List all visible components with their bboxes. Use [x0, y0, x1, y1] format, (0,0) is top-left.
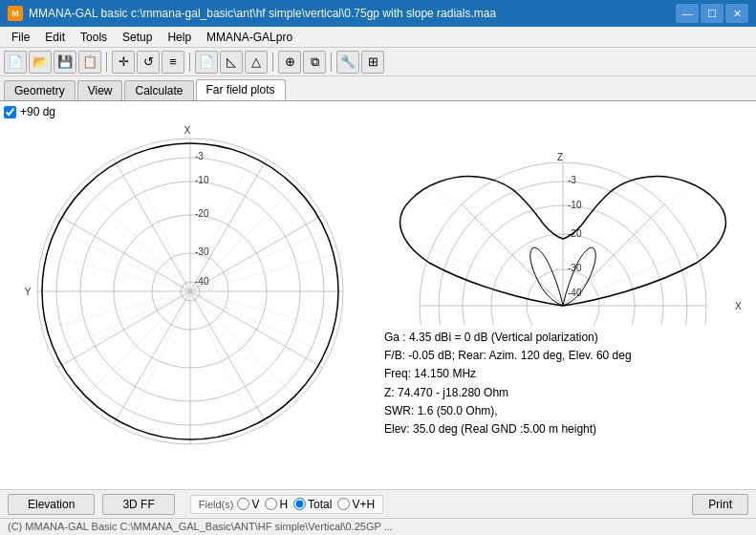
radio-total[interactable]: Total [293, 498, 332, 511]
svg-text:-20: -20 [195, 208, 209, 219]
main-content: +90 dg [0, 101, 756, 489]
close-button[interactable]: ✕ [725, 4, 748, 23]
maximize-button[interactable]: ☐ [701, 4, 724, 23]
menu-bar: File Edit Tools Setup Help MMANA-GALpro [0, 27, 756, 48]
info-panel: Ga : 4.35 dBi = 0 dB (Vertical polarizat… [377, 325, 752, 442]
threed-ff-button[interactable]: 3D FF [102, 494, 174, 515]
right-panel: -3 -10 -20 -30 -40 Z X G [377, 105, 752, 485]
elevation-button[interactable]: Elevation [8, 494, 95, 515]
svg-text:X: X [184, 125, 191, 136]
radio-vplush-input[interactable] [337, 498, 350, 510]
toolbar-new[interactable]: 📄 [4, 51, 27, 74]
title-bar: M MMANA-GAL basic c:\mmana-gal_basic\ant… [0, 0, 756, 27]
plots-container: -3 -10 -20 -30 -40 X Y [4, 105, 752, 485]
print-button[interactable]: Print [692, 494, 748, 515]
window-controls: — ☐ ✕ [676, 4, 748, 23]
checkbox-area: +90 dg [4, 105, 55, 118]
svg-text:-30: -30 [195, 246, 209, 257]
status-text: (C) MMANA-GAL Basic C:\MMANA_GAL_Basic\A… [8, 521, 393, 532]
radio-v[interactable]: V [237, 498, 259, 511]
plus90-label: +90 dg [20, 105, 55, 118]
right-polar-plot: -3 -10 -20 -30 -40 Z X [377, 105, 752, 325]
toolbar: 📄 📂 💾 📋 ✛ ↺ ≡ 📄 ◺ △ ⊕ ⧉ 🔧 ⊞ [0, 48, 756, 76]
toolbar-move[interactable]: ✛ [112, 51, 135, 74]
radio-vplush[interactable]: V+H [337, 498, 375, 511]
toolbar-save[interactable]: 💾 [54, 51, 76, 74]
radio-vplush-label: V+H [352, 498, 375, 511]
svg-text:-20: -20 [568, 228, 582, 239]
left-polar-plot: -3 -10 -20 -30 -40 X Y [4, 105, 377, 478]
info-line3: Freq: 14.150 MHz [384, 365, 745, 383]
menu-edit[interactable]: Edit [37, 29, 73, 46]
svg-text:-10: -10 [195, 175, 209, 185]
svg-line-41 [434, 184, 563, 306]
svg-line-37 [462, 204, 563, 306]
svg-text:Y: Y [25, 287, 32, 297]
toolbar-edit[interactable]: ≡ [162, 51, 184, 74]
svg-text:-40: -40 [195, 276, 209, 287]
radio-h-input[interactable] [265, 498, 277, 510]
toolbar-copy[interactable]: ⧉ [303, 51, 326, 74]
tab-calculate[interactable]: Calculate [124, 80, 193, 100]
app-icon: M [8, 6, 23, 21]
tab-bar: Geometry View Calculate Far field plots [0, 76, 756, 101]
window-title: MMANA-GAL basic c:\mmana-gal_basic\ant\h… [29, 7, 496, 20]
toolbar-rotate[interactable]: ↺ [137, 51, 160, 74]
info-line1: Ga : 4.35 dBi = 0 dB (Vertical polarizat… [384, 329, 745, 347]
radio-group: V H Total V+H [237, 498, 375, 511]
fields-label: Field(s) [199, 499, 234, 510]
svg-text:X: X [735, 301, 742, 311]
info-line5: SWR: 1.6 (50.0 Ohm), [384, 402, 745, 420]
toolbar-save2[interactable]: 📋 [78, 51, 101, 74]
tab-geometry[interactable]: Geometry [4, 80, 76, 100]
bottom-bar: Elevation 3D FF Field(s) V H Total V+H P… [0, 489, 756, 518]
toolbar-grid[interactable]: ⊞ [361, 51, 384, 74]
toolbar-wrench[interactable]: 🔧 [336, 51, 359, 74]
menu-file[interactable]: File [4, 29, 37, 46]
radio-h[interactable]: H [265, 498, 288, 511]
toolbar-open[interactable]: 📂 [29, 51, 52, 74]
toolbar-circle[interactable]: ⊕ [278, 51, 301, 74]
menu-gaalpro[interactable]: MMANA-GALpro [199, 29, 300, 46]
radio-total-input[interactable] [293, 498, 306, 510]
menu-help[interactable]: Help [160, 29, 199, 46]
svg-text:-3: -3 [568, 175, 576, 185]
svg-line-42 [563, 184, 692, 306]
info-line4: Z: 74.470 - j18.280 Ohm [384, 384, 745, 402]
status-bar: (C) MMANA-GAL Basic C:\MMANA_GAL_Basic\A… [0, 518, 756, 535]
radio-v-input[interactable] [237, 498, 249, 510]
tab-view[interactable]: View [77, 80, 123, 100]
info-line2: F/B: -0.05 dB; Rear: Azim. 120 deg, Elev… [384, 347, 745, 365]
radio-v-label: V [251, 498, 259, 511]
fields-group: Field(s) V H Total V+H [190, 495, 383, 514]
minimize-button[interactable]: — [676, 4, 699, 23]
svg-text:-10: -10 [568, 200, 582, 210]
radio-total-label: Total [308, 498, 332, 511]
menu-tools[interactable]: Tools [73, 29, 115, 46]
svg-text:-3: -3 [195, 151, 204, 161]
toolbar-tri[interactable]: △ [245, 51, 268, 74]
svg-text:Z: Z [557, 152, 563, 162]
radio-h-label: H [279, 498, 288, 511]
menu-setup[interactable]: Setup [115, 29, 160, 46]
plus90-checkbox[interactable] [4, 106, 16, 118]
toolbar-angle[interactable]: ◺ [220, 51, 243, 74]
tab-far-field-plots[interactable]: Far field plots [196, 79, 286, 100]
info-line6: Elev: 35.0 deg (Real GND :5.00 m height) [384, 420, 745, 439]
toolbar-wire[interactable]: 📄 [195, 51, 218, 74]
